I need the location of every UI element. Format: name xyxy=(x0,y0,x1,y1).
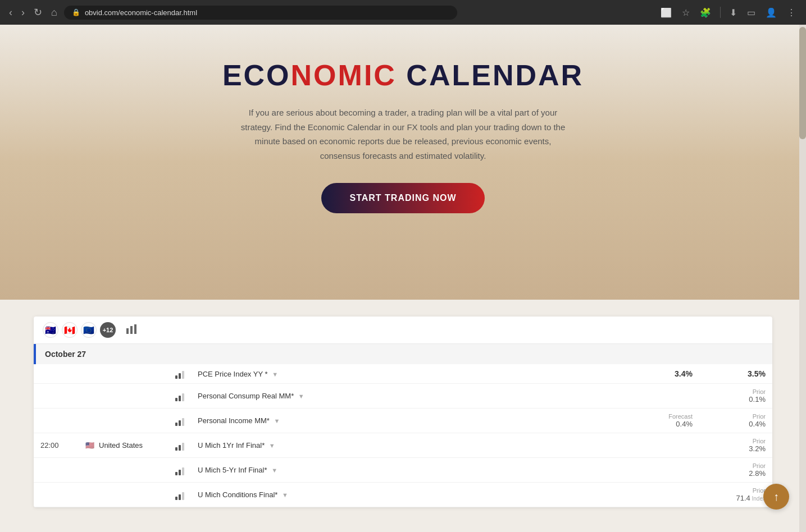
calendar-table: PCE Price Index YY * ▼ 3.4% 3.5% xyxy=(34,364,772,507)
forecast-cell xyxy=(643,483,699,507)
profile-button[interactable]: 👤 xyxy=(762,5,780,20)
page-title: ECONOMIC CALENDAR xyxy=(222,58,584,92)
forecast-cell xyxy=(643,458,699,483)
event-name[interactable]: PCE Price Index YY * xyxy=(198,370,268,378)
title-part-nomic: NOMIC xyxy=(291,59,397,91)
flag-europe[interactable]: 🇪🇺 xyxy=(81,322,97,338)
event-name[interactable]: Personal Consump Real MM* xyxy=(198,392,294,400)
menu-button[interactable]: ⋮ xyxy=(784,5,799,20)
vol-bar-3 xyxy=(182,492,184,500)
home-button[interactable]: ⌂ xyxy=(49,4,60,21)
event-name[interactable]: Personal Income MM* xyxy=(198,416,270,425)
flag-australia[interactable]: 🇦🇺 xyxy=(43,322,58,338)
table-row: U Mich Conditions Final* ▼ Prior 71.4 In… xyxy=(34,483,772,507)
country-cell xyxy=(79,458,169,483)
chart-icon[interactable] xyxy=(126,324,137,337)
volatility-bars xyxy=(175,391,184,401)
hero-subtitle: If you are serious about becoming a trad… xyxy=(235,106,572,163)
event-name[interactable]: U Mich 1Yr Inf Final* xyxy=(198,441,265,450)
table-row: 22:00 🇺🇸 United States xyxy=(34,433,772,458)
svg-rect-2 xyxy=(134,324,136,334)
title-part-calendar: CALENDAR xyxy=(397,59,584,91)
vol-bar-3 xyxy=(182,418,184,426)
vol-bar-2 xyxy=(179,373,181,379)
chevron-down-icon: ▼ xyxy=(271,467,277,474)
scrollbar-thumb[interactable] xyxy=(799,27,806,139)
forward-button[interactable]: › xyxy=(19,4,27,21)
url-icon: 🔒 xyxy=(72,8,80,16)
previous-cell: Prior 71.4 Index xyxy=(699,483,772,507)
screenshot-button[interactable]: ⬜ xyxy=(657,5,675,20)
svg-rect-1 xyxy=(130,326,133,334)
download-button[interactable]: ⬇ xyxy=(726,5,740,20)
chevron-down-icon: ▼ xyxy=(269,442,275,449)
previous-label: Prior xyxy=(706,462,766,469)
forecast-cell: 3.4% xyxy=(643,364,699,384)
time-cell xyxy=(34,483,79,507)
vol-bar-2 xyxy=(179,396,181,401)
vol-bar-2 xyxy=(179,470,181,475)
volatility-bars xyxy=(175,369,184,379)
time-cell xyxy=(34,458,79,483)
url-bar[interactable]: 🔒 obvid.com/economic-calendar.html xyxy=(64,6,457,20)
title-part-eco: ECO xyxy=(222,59,291,91)
vol-bar-1 xyxy=(175,447,177,451)
bookmark-button[interactable]: ☆ xyxy=(679,5,693,20)
previous-label: Prior xyxy=(706,487,766,494)
previous-cell: Prior 0.4% xyxy=(699,409,772,433)
vol-bar-1 xyxy=(175,497,177,500)
reload-button[interactable]: ↻ xyxy=(31,4,44,21)
browser-actions: ⬜ ☆ 🧩 ⬇ ▭ 👤 ⋮ xyxy=(657,5,799,20)
scroll-to-top-button[interactable]: ↑ xyxy=(763,484,789,510)
previous-value: 3.5% xyxy=(706,369,766,378)
forecast-cell: Forecast 0.4% xyxy=(643,409,699,433)
volatility-cell xyxy=(169,384,191,409)
volatility-cell xyxy=(169,458,191,483)
country-label: United States xyxy=(99,441,143,450)
event-cell: U Mich Conditions Final* ▼ xyxy=(191,483,643,507)
url-text: obvid.com/economic-calendar.html xyxy=(85,8,197,17)
vol-bar-1 xyxy=(175,472,177,475)
country-cell xyxy=(79,364,169,384)
vol-bar-3 xyxy=(182,371,184,379)
split-button[interactable]: ▭ xyxy=(744,5,759,20)
scrollbar[interactable] xyxy=(799,25,806,532)
event-cell: Personal Consump Real MM* ▼ xyxy=(191,384,643,409)
event-name[interactable]: U Mich 5-Yr Inf Final* xyxy=(198,466,267,474)
time-cell: 22:00 xyxy=(34,433,79,458)
table-row: U Mich 5-Yr Inf Final* ▼ Prior 2.8% xyxy=(34,458,772,483)
previous-cell: Prior 0.1% xyxy=(699,384,772,409)
previous-label: Prior xyxy=(706,413,766,420)
event-cell: PCE Price Index YY * ▼ xyxy=(191,364,643,384)
previous-label: Prior xyxy=(706,388,766,395)
forecast-label: Forecast xyxy=(650,413,693,420)
volatility-cell xyxy=(169,364,191,384)
event-cell: Personal Income MM* ▼ xyxy=(191,409,643,433)
forecast-cell xyxy=(643,433,699,458)
volatility-cell xyxy=(169,409,191,433)
forecast-value: 3.4% xyxy=(650,369,693,378)
vol-bar-1 xyxy=(175,398,177,401)
vol-bar-1 xyxy=(175,375,177,379)
extensions-button[interactable]: 🧩 xyxy=(696,5,714,20)
country-cell xyxy=(79,409,169,433)
start-trading-button[interactable]: START TRADING NOW xyxy=(321,183,484,213)
date-header: October 27 xyxy=(34,344,772,364)
country-name: 🇺🇸 United States xyxy=(85,441,143,450)
arrow-up-icon: ↑ xyxy=(773,490,779,503)
forecast-value: 0.4% xyxy=(650,420,693,428)
back-button[interactable]: ‹ xyxy=(7,4,15,21)
previous-label: Prior xyxy=(706,438,766,444)
event-name[interactable]: U Mich Conditions Final* xyxy=(198,490,277,499)
svg-rect-0 xyxy=(126,328,129,334)
event-cell: U Mich 1Yr Inf Final* ▼ xyxy=(191,433,643,458)
vol-bar-2 xyxy=(179,494,181,500)
vol-bar-1 xyxy=(175,423,177,426)
calendar-toolbar: 🇦🇺 🇨🇦 🇪🇺 +12 xyxy=(34,317,772,344)
flag-canada[interactable]: 🇨🇦 xyxy=(62,322,78,338)
forecast-cell xyxy=(643,384,699,409)
previous-value: 0.4% xyxy=(706,420,766,428)
more-countries-badge[interactable]: +12 xyxy=(100,322,116,338)
previous-cell: 3.5% xyxy=(699,364,772,384)
event-cell: U Mich 5-Yr Inf Final* ▼ xyxy=(191,458,643,483)
